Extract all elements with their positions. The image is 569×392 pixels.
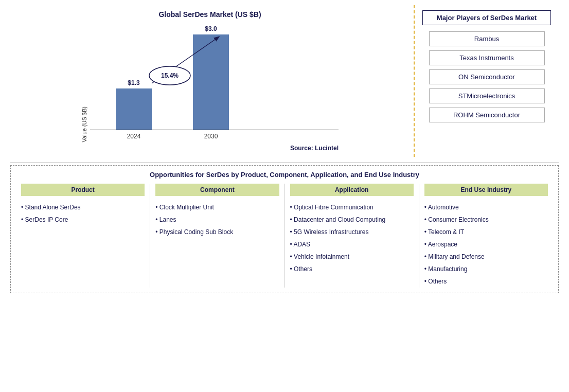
bars-row: $1.3 $3.0: [90, 27, 339, 130]
enduse-item-3: Telecom & IT: [424, 226, 548, 238]
application-header: Application: [290, 184, 414, 196]
enduse-column: End Use Industry Automotive Consumer Ele…: [419, 184, 553, 288]
columns-container: Product Stand Alone SerDes SerDes IP Cor…: [16, 184, 553, 288]
bar-2024: [116, 88, 152, 130]
year-labels-row: 2024 2030: [90, 130, 339, 142]
player-rohm: ROHM Semiconductor: [429, 108, 545, 122]
vertical-divider: [414, 5, 415, 157]
bar-value-2024: $1.3: [128, 79, 139, 86]
bottom-title: Opportunities for SerDes by Product, Com…: [16, 171, 553, 179]
enduse-item-7: Others: [424, 275, 548, 288]
enduse-item-1: Automotive: [424, 201, 548, 213]
component-header: Component: [155, 184, 279, 196]
app-item-3: 5G Wireless Infrastructures: [290, 226, 414, 238]
enduse-item-5: Military and Defense: [424, 251, 548, 263]
product-column: Product Stand Alone SerDes SerDes IP Cor…: [16, 184, 150, 288]
app-item-6: Others: [290, 263, 414, 275]
product-header: Product: [21, 184, 145, 196]
bar-value-2030: $3.0: [205, 25, 217, 32]
bars-and-axis: 15.4% $1.3 $3.0: [90, 27, 339, 142]
app-item-2: Datacenter and Cloud Computing: [290, 213, 414, 226]
section-divider: [10, 162, 559, 163]
player-rambus: Rambus: [429, 31, 545, 46]
bar-group-2024: $1.3: [111, 79, 157, 130]
bar-2030: [193, 34, 229, 130]
bottom-section: Opportunities for SerDes by Product, Com…: [10, 165, 559, 293]
player-ti: Texas Instruments: [429, 50, 545, 65]
component-item-1: Clock Multiplier Unit: [155, 201, 279, 213]
app-item-1: Optical Fibre Communication: [290, 201, 414, 213]
y-axis-label: Value (US $B): [81, 106, 87, 142]
year-label-2024: 2024: [127, 133, 141, 140]
component-column: Component Clock Multiplier Unit Lanes Ph…: [150, 184, 284, 288]
component-item-3: Physical Coding Sub Block: [155, 226, 279, 238]
source-text: Source: Lucintel: [81, 145, 339, 152]
enduse-item-4: Aerospace: [424, 238, 548, 251]
player-st: STMicroelectronics: [429, 88, 545, 103]
bar-group-2030: $3.0: [188, 25, 234, 130]
players-panel: Major Players of SerDes Market Rambus Te…: [415, 5, 559, 157]
product-item-2: SerDes IP Core: [21, 213, 145, 226]
app-item-4: ADAS: [290, 238, 414, 251]
enduse-header: End Use Industry: [424, 184, 548, 196]
chart-area: Global SerDes Market (US $B) Value (US $…: [10, 5, 415, 157]
chart-title: Global SerDes Market (US $B): [158, 10, 261, 19]
top-section: Global SerDes Market (US $B) Value (US $…: [10, 5, 559, 157]
chart-with-annotation: Value (US $B): [81, 24, 339, 142]
year-label-2030: 2030: [204, 133, 218, 140]
player-on: ON Semiconductor: [429, 69, 545, 84]
enduse-item-6: Manufacturing: [424, 263, 548, 275]
main-container: Global SerDes Market (US $B) Value (US $…: [0, 0, 569, 298]
product-item-1: Stand Alone SerDes: [21, 201, 145, 213]
players-title: Major Players of SerDes Market: [422, 10, 551, 25]
application-column: Application Optical Fibre Communication …: [285, 184, 419, 288]
enduse-item-2: Consumer Electronics: [424, 213, 548, 226]
component-item-2: Lanes: [155, 213, 279, 226]
app-item-5: Vehicle Infotainment: [290, 251, 414, 263]
